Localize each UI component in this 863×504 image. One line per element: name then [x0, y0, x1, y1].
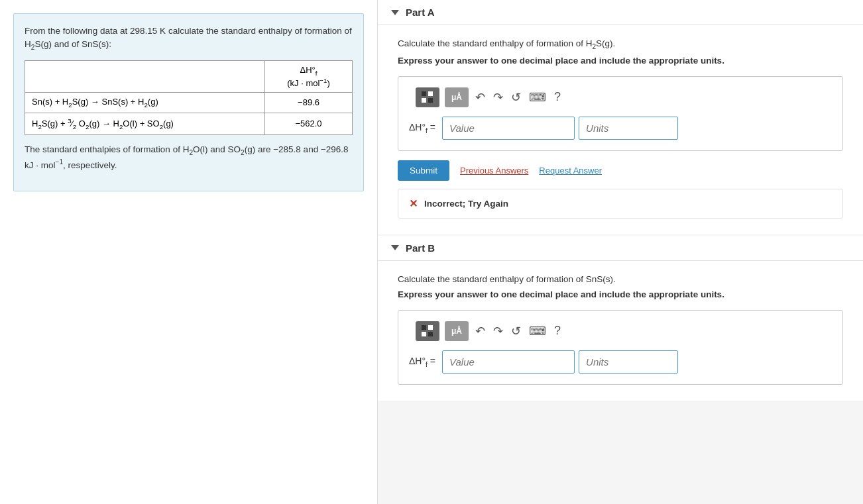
incorrect-icon: ✕ [409, 197, 418, 210]
part-a-action-row: Submit Previous Answers Request Answer [398, 160, 843, 181]
part-a-header: Part A [378, 0, 863, 25]
part-b-chevron-icon[interactable] [391, 245, 399, 250]
matrix-button-b[interactable] [416, 321, 439, 341]
part-a-answer-box: μÅ ↶ ↷ ↺ ⌨ ? ΔH°f = [398, 76, 843, 151]
table-col-enthalpy: ΔH°f(kJ · mol−1) [265, 61, 353, 93]
keyboard-button-b[interactable]: ⌨ [528, 323, 547, 340]
part-b-input-row: ΔH°f = [409, 350, 832, 374]
part-b-header: Part B [378, 236, 863, 261]
part-b-title: Part B [406, 242, 435, 254]
help-button-b[interactable]: ? [553, 323, 562, 339]
right-panel: Part A Calculate the standard enthalpy o… [378, 0, 863, 504]
part-a-request-answer-button[interactable]: Request Answer [539, 166, 602, 176]
part-b-answer-box: μÅ ↶ ↷ ↺ ⌨ ? ΔH°f = [398, 310, 843, 385]
table-row: H2S(g) + 3⁄2 O2(g) → H2O(l) + SO2(g) −56… [25, 113, 353, 134]
part-b-description: Calculate the standard enthalpy of forma… [398, 274, 843, 284]
part-a-section: Part A Calculate the standard enthalpy o… [378, 0, 863, 234]
part-a-feedback-text: Incorrect; Try Again [424, 199, 508, 209]
part-a-value-input[interactable] [442, 117, 575, 140]
part-b-body: Calculate the standard enthalpy of forma… [378, 261, 863, 401]
refresh-button-b[interactable]: ↺ [510, 323, 522, 340]
table-cell-value-1: −89.6 [265, 93, 353, 113]
mu-button-b[interactable]: μÅ [445, 321, 469, 341]
part-b-toolbar: μÅ ↶ ↷ ↺ ⌨ ? [409, 321, 832, 341]
keyboard-button-a[interactable]: ⌨ [528, 89, 547, 106]
help-button-a[interactable]: ? [553, 89, 562, 105]
table-cell-reaction-1: Sn(s) + H2S(g) → SnS(s) + H2(g) [25, 93, 265, 113]
part-b-units-input[interactable] [579, 350, 678, 374]
part-a-chevron-icon[interactable] [391, 10, 399, 15]
part-b-value-input[interactable] [442, 350, 575, 374]
problem-intro: From the following data at 298.15 K calc… [25, 25, 353, 52]
table-col-reaction [25, 61, 265, 93]
undo-button-a[interactable]: ↶ [474, 89, 487, 106]
data-table: ΔH°f(kJ · mol−1) Sn(s) + H2S(g) → SnS(s)… [25, 60, 353, 134]
part-a-description: Calculate the standard enthalpy of forma… [398, 38, 843, 50]
part-a-previous-answers-button[interactable]: Previous Answers [460, 166, 528, 176]
matrix-button-a[interactable] [416, 87, 439, 107]
part-a-title: Part A [406, 7, 435, 18]
table-row: Sn(s) + H2S(g) → SnS(s) + H2(g) −89.6 [25, 93, 353, 113]
part-b-delta-label: ΔH°f = [409, 356, 435, 368]
part-a-delta-label: ΔH°f = [409, 122, 435, 134]
redo-button-a[interactable]: ↷ [492, 89, 504, 106]
part-b-section: Part B Calculate the standard enthalpy o… [378, 236, 863, 401]
left-panel: From the following data at 298.15 K calc… [0, 0, 378, 504]
undo-button-b[interactable]: ↶ [474, 323, 487, 340]
part-a-instruction: Express your answer to one decimal place… [398, 56, 843, 66]
mu-button-a[interactable]: μÅ [445, 87, 469, 107]
problem-box: From the following data at 298.15 K calc… [13, 13, 364, 191]
part-a-feedback-box: ✕ Incorrect; Try Again [398, 189, 843, 219]
table-cell-value-2: −562.0 [265, 113, 353, 134]
note-text: The standard enthalpies of formation of … [25, 143, 353, 173]
part-a-input-row: ΔH°f = [409, 117, 832, 140]
table-cell-reaction-2: H2S(g) + 3⁄2 O2(g) → H2O(l) + SO2(g) [25, 113, 265, 134]
part-a-body: Calculate the standard enthalpy of forma… [378, 25, 863, 234]
part-b-instruction: Express your answer to one decimal place… [398, 289, 843, 299]
part-a-submit-button[interactable]: Submit [398, 160, 449, 181]
refresh-button-a[interactable]: ↺ [510, 89, 522, 106]
part-a-units-input[interactable] [579, 117, 678, 140]
redo-button-b[interactable]: ↷ [492, 323, 504, 340]
part-a-toolbar: μÅ ↶ ↷ ↺ ⌨ ? [409, 87, 832, 107]
